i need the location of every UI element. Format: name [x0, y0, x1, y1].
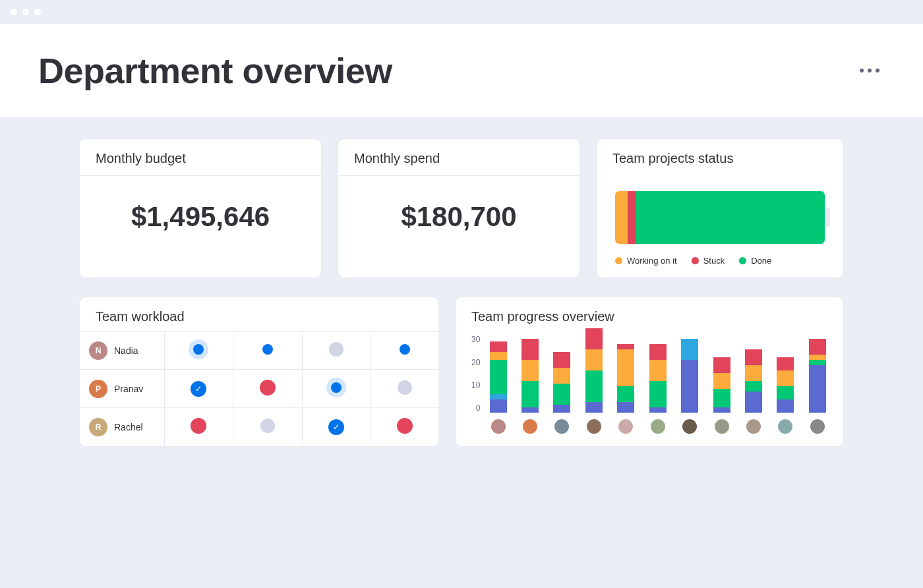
status-segment: [628, 191, 636, 244]
bar-column[interactable]: [584, 328, 604, 413]
check-icon: ✓: [333, 423, 340, 432]
avatar[interactable]: [651, 419, 665, 434]
status-segment: [615, 191, 628, 244]
avatar[interactable]: [523, 419, 537, 434]
team-workload-card: Team workload NNadiaPPranav✓RRachel✓: [79, 297, 439, 447]
bar-segment: [521, 407, 539, 413]
bar-segment: [809, 355, 826, 360]
bar-segment: [585, 402, 603, 413]
avatar[interactable]: [746, 419, 761, 434]
workload-status-dot[interactable]: [260, 380, 276, 396]
bar-segment: [521, 381, 539, 407]
bar-column[interactable]: [808, 339, 827, 413]
legend-label: Stuck: [703, 256, 725, 266]
bar-segment: [617, 386, 634, 402]
window-dot: [11, 9, 17, 15]
bar-segment: [649, 381, 667, 407]
avatar[interactable]: [682, 419, 697, 434]
team-progress-card: Team progress overview 3020100: [455, 297, 844, 447]
bar-column[interactable]: [616, 344, 636, 413]
check-icon: ✓: [195, 384, 202, 394]
bar-column[interactable]: [520, 339, 540, 413]
bar-segment: [745, 365, 762, 381]
table-row: NNadia: [80, 332, 438, 370]
monthly-budget-card: Monthly budget $1,495,646: [79, 138, 322, 278]
member-name: Pranav: [114, 384, 143, 394]
member-cell[interactable]: RRachel: [89, 418, 164, 436]
bar-segment: [585, 370, 603, 402]
status-segment: [636, 191, 825, 244]
avatar[interactable]: [554, 419, 569, 434]
battery-tip-icon: [825, 208, 830, 227]
workload-status-dot[interactable]: ✓: [328, 419, 344, 435]
y-tick-label: 10: [471, 380, 480, 390]
bar-segment: [649, 360, 667, 381]
status-legend: Working on itStuckDone: [615, 256, 825, 266]
bar-segment: [745, 381, 762, 392]
workload-status-dot[interactable]: [329, 342, 343, 357]
bar-column[interactable]: [680, 339, 700, 413]
avatar[interactable]: [587, 419, 601, 434]
monthly-spend-card: Monthly spend $180,700: [338, 138, 580, 278]
workload-status-dot[interactable]: [262, 344, 273, 355]
workload-status-dot[interactable]: [193, 344, 204, 355]
bar-segment: [681, 360, 698, 413]
chart-y-axis: 3020100: [471, 334, 480, 413]
bar-segment: [617, 344, 634, 349]
member-cell[interactable]: NNadia: [89, 341, 164, 360]
avatar[interactable]: [618, 419, 633, 434]
status-battery: [615, 191, 825, 244]
y-tick-label: 20: [471, 358, 480, 367]
budget-value: $1,495,646: [80, 176, 321, 262]
member-name: Nadia: [114, 345, 138, 356]
bar-segment: [617, 349, 634, 386]
bar-segment: [777, 370, 794, 386]
avatar[interactable]: [778, 419, 792, 434]
bar-segment: [521, 360, 539, 381]
more-menu-button[interactable]: [860, 69, 885, 73]
bar-segment: [713, 407, 730, 413]
y-tick-label: 30: [471, 335, 480, 344]
workload-status-dot[interactable]: [397, 418, 413, 434]
member-name: Rachel: [114, 422, 143, 432]
bar-segment: [490, 399, 507, 413]
spend-value: $180,700: [338, 176, 580, 262]
workload-status-dot[interactable]: [400, 344, 410, 355]
workload-status-dot[interactable]: [191, 418, 206, 434]
bar-segment: [777, 357, 794, 370]
workload-status-dot[interactable]: [398, 380, 412, 395]
bar-segment: [745, 392, 762, 413]
card-title: Monthly budget: [80, 139, 321, 176]
legend-item: Done: [739, 256, 771, 266]
avatar: N: [89, 341, 107, 360]
member-cell[interactable]: PPranav: [89, 380, 164, 398]
table-row: PPranav✓: [80, 370, 438, 408]
workload-status-dot[interactable]: ✓: [191, 381, 206, 397]
bar-column[interactable]: [775, 357, 795, 413]
card-title: Team workload: [80, 297, 438, 331]
table-row: RRachel✓: [80, 408, 438, 446]
workload-status-dot[interactable]: [260, 419, 275, 433]
legend-label: Done: [751, 256, 771, 266]
bar-column[interactable]: [488, 341, 508, 413]
bar-segment: [809, 360, 826, 365]
bar-column[interactable]: [711, 357, 731, 413]
page-title: Department overview: [38, 50, 392, 91]
bar-segment: [490, 352, 507, 360]
bar-segment: [713, 389, 730, 407]
bar-column[interactable]: [744, 349, 763, 413]
dashboard-content: Monthly budget $1,495,646 Monthly spend …: [0, 117, 923, 447]
window-dot: [22, 9, 29, 15]
avatar[interactable]: [491, 419, 506, 434]
bar-segment: [490, 360, 507, 394]
page-header: Department overview: [0, 24, 923, 117]
bar-column[interactable]: [647, 344, 667, 413]
avatar[interactable]: [715, 419, 729, 434]
avatar: R: [89, 418, 107, 436]
workload-status-dot[interactable]: [331, 382, 342, 393]
bar-segment: [713, 357, 730, 373]
bar-column[interactable]: [552, 352, 572, 413]
avatar[interactable]: [810, 419, 825, 434]
bar-segment: [649, 344, 667, 360]
legend-dot-icon: [739, 257, 746, 264]
